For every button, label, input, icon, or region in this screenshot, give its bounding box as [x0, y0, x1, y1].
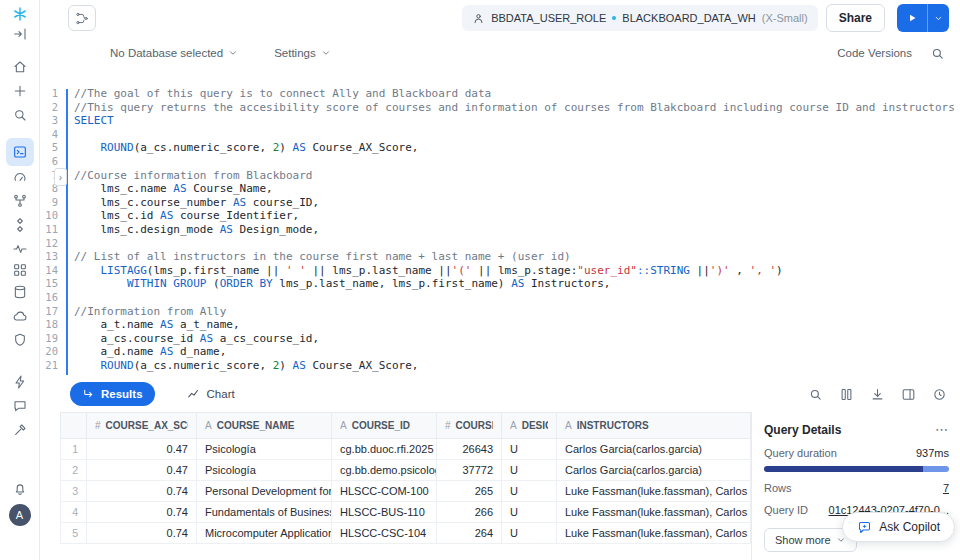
cell[interactable]: U [502, 502, 557, 523]
snowflake-logo-icon[interactable] [12, 6, 28, 22]
code-line[interactable]: 5 ROUND(a_cs.numeric_score, 2) AS Course… [40, 141, 960, 155]
code-line[interactable]: 12 [40, 237, 960, 251]
cell[interactable]: U [502, 439, 557, 460]
results-tab[interactable]: Results [70, 382, 155, 406]
code-line[interactable]: 9 lms_c.course_number AS course_ID, [40, 196, 960, 210]
sidebar-item-data-products[interactable] [12, 217, 28, 233]
cell[interactable]: cg.bb.demo.psicologia [332, 460, 437, 481]
worksheet-actions-button[interactable] [68, 5, 96, 31]
code-line[interactable]: 11 lms_c.design_mode AS Design_mode, [40, 223, 960, 237]
code-line[interactable]: 19 a_cs.course_id AS a_cs_course_id, [40, 332, 960, 346]
cell[interactable]: U [502, 523, 557, 544]
cell[interactable]: 0.47 [87, 460, 197, 481]
code-line[interactable]: 8 lms_c.name AS Course_Name, [40, 182, 960, 196]
share-button[interactable]: Share [826, 4, 885, 32]
cell[interactable]: Fundamentals of Business [197, 502, 332, 523]
row-number[interactable]: 5 [61, 523, 87, 544]
code-line[interactable]: 6 [40, 155, 960, 169]
details-menu-button[interactable]: ⋯ [935, 422, 949, 437]
cell[interactable]: 264 [437, 523, 502, 544]
cell[interactable]: 0.74 [87, 523, 197, 544]
cell[interactable]: U [502, 460, 557, 481]
cell[interactable]: Personal Development for Col [197, 481, 332, 502]
cell[interactable]: Luke Fassman(luke.fassman), Carlos Garci… [557, 481, 751, 502]
rows-count-link[interactable]: 7 [943, 482, 949, 494]
code-versions-button[interactable]: Code Versions [837, 47, 912, 59]
database-selector[interactable]: No Database selected [110, 47, 238, 59]
notifications-bell-icon[interactable] [12, 481, 28, 497]
context-selector[interactable]: BBDATA_USER_ROLE BLACKBOARD_DATA_WH (X-S… [462, 5, 817, 31]
support-chat-icon[interactable] [12, 398, 28, 414]
cell[interactable]: Carlos Garcia(carlos.garcia) [557, 439, 751, 460]
history-button[interactable] [932, 387, 947, 402]
sidebar-item-activity[interactable] [12, 241, 28, 257]
sidebar-item-apps[interactable] [12, 262, 28, 278]
panel-expand-icon[interactable] [12, 26, 28, 42]
row-number[interactable]: 4 [61, 502, 87, 523]
code-line[interactable]: 2//This query returns the accesibility s… [40, 101, 960, 115]
ask-copilot-button[interactable]: Ask Copilot [842, 512, 955, 542]
cell[interactable]: 0.74 [87, 481, 197, 502]
sidebar-item-governance[interactable] [12, 332, 28, 348]
code-line[interactable]: 15 WITHIN GROUP (ORDER BY lms_p.last_nam… [40, 277, 960, 291]
create-new-icon[interactable] [12, 83, 28, 99]
download-button[interactable] [870, 387, 885, 402]
code-line[interactable]: 10 lms_c.id AS course_Identifier, [40, 209, 960, 223]
chart-tab[interactable]: Chart [181, 386, 241, 402]
cell[interactable]: U [502, 481, 557, 502]
layout-button[interactable] [901, 387, 916, 402]
column-header-course_id[interactable]: ACOURSE_ID [332, 413, 437, 439]
sidebar-item-data[interactable] [12, 193, 28, 209]
collapse-handle[interactable]: › [54, 168, 67, 186]
sidebar-item-databases[interactable] [12, 284, 28, 300]
code-line[interactable]: 7//Course information from Blackboard [40, 169, 960, 183]
column-header-course_name[interactable]: ACOURSE_NAME [197, 413, 332, 439]
cell[interactable]: Luke Fassman(luke.fassman), Carlos Garci… [557, 502, 751, 523]
cell[interactable]: Psicología [197, 439, 332, 460]
home-icon[interactable] [12, 59, 28, 75]
row-number[interactable]: 1 [61, 439, 87, 460]
code-line[interactable]: 20 a_d.name AS d_name, [40, 345, 960, 359]
cell[interactable]: 265 [437, 481, 502, 502]
cell[interactable]: 0.74 [87, 502, 197, 523]
code-line[interactable]: 14 LISTAGG(lms_p.first_name || ' ' || lm… [40, 264, 960, 278]
cell[interactable]: Microcomputer Applications [197, 523, 332, 544]
sidebar-item-dashboards[interactable] [12, 169, 28, 185]
column-header-course_ax_scor[interactable]: #COURSE_AX_SCOR [87, 413, 197, 439]
cell[interactable]: Luke Fassman(luke.fassman), Carlos Garci… [557, 523, 751, 544]
code-line[interactable]: 1//The goal of this query is to connect … [40, 87, 960, 101]
code-line[interactable]: 16 [40, 291, 960, 305]
sql-editor[interactable]: 1//The goal of this query is to connect … [40, 70, 960, 376]
cell[interactable]: HLSCC-CSC-104 [332, 523, 437, 544]
row-number[interactable]: 2 [61, 460, 87, 481]
results-search-button[interactable] [808, 387, 823, 402]
cell[interactable]: HLSCC-BUS-110 [332, 502, 437, 523]
settings-menu[interactable]: Settings [274, 47, 331, 59]
cell[interactable]: Psicología [197, 460, 332, 481]
run-options-button[interactable] [927, 4, 949, 32]
cell[interactable]: HLSCC-COM-100 [332, 481, 437, 502]
column-header-design_[interactable]: ADESIGN_ [502, 413, 557, 439]
row-number[interactable]: 3 [61, 481, 87, 502]
cell[interactable]: Carlos Garcia(carlos.garcia) [557, 460, 751, 481]
cell[interactable]: 26643 [437, 439, 502, 460]
code-line[interactable]: 4 [40, 128, 960, 142]
code-line[interactable]: 18 a_t.name AS a_t_name, [40, 318, 960, 332]
code-line[interactable]: 3SELECT [40, 114, 960, 128]
code-line[interactable]: 17//Information from Ally [40, 305, 960, 319]
column-header-course_i[interactable]: #COURSE_I [437, 413, 502, 439]
sidebar-item-worksheets[interactable] [6, 138, 34, 166]
columns-button[interactable] [839, 387, 854, 402]
column-header-instructors[interactable]: AINSTRUCTORS [557, 413, 751, 439]
editor-search-button[interactable] [930, 46, 945, 61]
tools-icon[interactable] [12, 422, 28, 438]
cell[interactable]: cg.bb.duoc.rfi.2025 [332, 439, 437, 460]
sidebar-item-cloud[interactable] [12, 308, 28, 324]
code-line[interactable]: 13// List of all instructors in the cour… [40, 250, 960, 264]
cell[interactable]: 37772 [437, 460, 502, 481]
quick-actions-icon[interactable] [12, 374, 28, 390]
cell[interactable]: 266 [437, 502, 502, 523]
search-icon[interactable] [12, 107, 28, 123]
user-avatar[interactable]: A [9, 504, 31, 526]
code-line[interactable]: 21 ROUND(a_cs.numeric_score, 2) AS Cours… [40, 359, 960, 373]
